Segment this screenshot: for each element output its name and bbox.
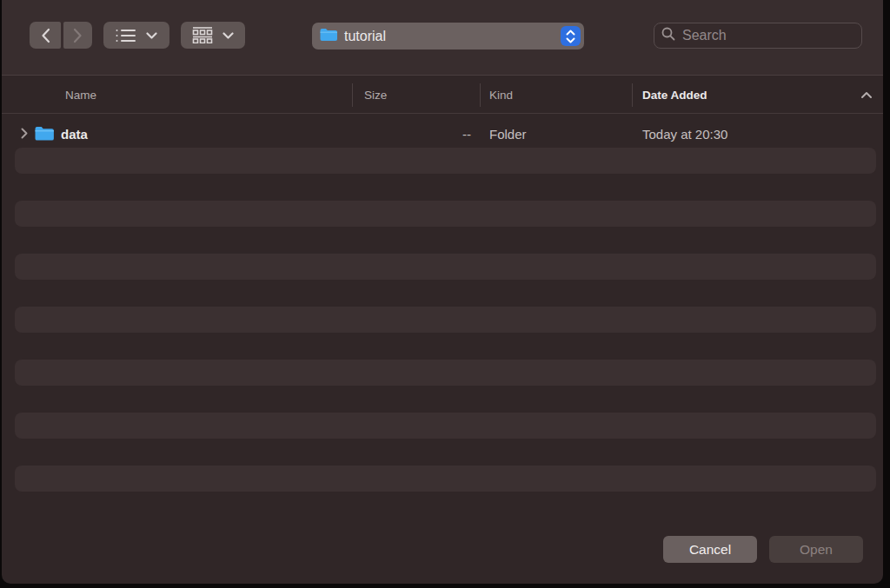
column-header-name[interactable]: Name [65, 76, 96, 113]
file-name-cell[interactable]: data [21, 121, 88, 148]
column-divider[interactable] [352, 83, 353, 107]
search-input[interactable] [681, 27, 854, 44]
cancel-button[interactable]: Cancel [663, 536, 757, 563]
empty-row-stripe [15, 307, 876, 333]
location-popup-value: tutorial [344, 29, 561, 44]
chevron-down-icon [146, 32, 157, 39]
up-down-chevrons-icon[interactable] [561, 26, 581, 46]
empty-row-stripe [15, 466, 876, 492]
disclosure-chevron-icon[interactable] [21, 127, 28, 142]
forward-button[interactable] [63, 22, 92, 49]
open-button[interactable]: Open [769, 536, 863, 563]
column-header-size[interactable]: Size [364, 76, 387, 113]
file-kind: Folder [489, 121, 527, 148]
column-divider[interactable] [632, 83, 633, 107]
screen: tutorial Name Size [0, 0, 890, 588]
empty-row-stripe [15, 201, 876, 227]
sort-chevron-up-icon[interactable] [860, 76, 873, 113]
list-view-button[interactable] [103, 22, 169, 49]
toolbar: tutorial [2, 0, 883, 76]
empty-row-stripe [15, 360, 876, 386]
folder-icon [35, 126, 54, 143]
list-icon [116, 29, 136, 43]
location-popup[interactable]: tutorial [312, 23, 584, 50]
column-divider[interactable] [480, 83, 481, 107]
column-header-date-added[interactable]: Date Added [642, 76, 707, 113]
chevron-down-icon [222, 32, 234, 39]
chevron-left-icon [41, 28, 50, 43]
file-date-added: Today at 20:30 [642, 121, 727, 148]
group-view-button[interactable] [181, 22, 245, 49]
file-open-dialog: tutorial Name Size [2, 0, 883, 584]
column-header-row: Name Size Kind Date Added [2, 76, 883, 114]
empty-row-stripe [15, 413, 876, 439]
empty-row-stripe [15, 254, 876, 280]
column-header-kind[interactable]: Kind [489, 76, 513, 113]
chevron-right-icon [73, 28, 83, 43]
magnifier-icon [661, 27, 675, 44]
empty-row-stripe [15, 148, 876, 174]
file-name: data [61, 127, 88, 142]
back-button[interactable] [30, 22, 61, 49]
table-row[interactable]: data -- Folder Today at 20:30 [2, 121, 883, 148]
search-field[interactable] [654, 23, 862, 49]
group-icon [192, 27, 213, 43]
file-list: data -- Folder Today at 20:30 [2, 115, 883, 521]
file-size: -- [397, 121, 471, 148]
folder-icon [320, 28, 337, 44]
